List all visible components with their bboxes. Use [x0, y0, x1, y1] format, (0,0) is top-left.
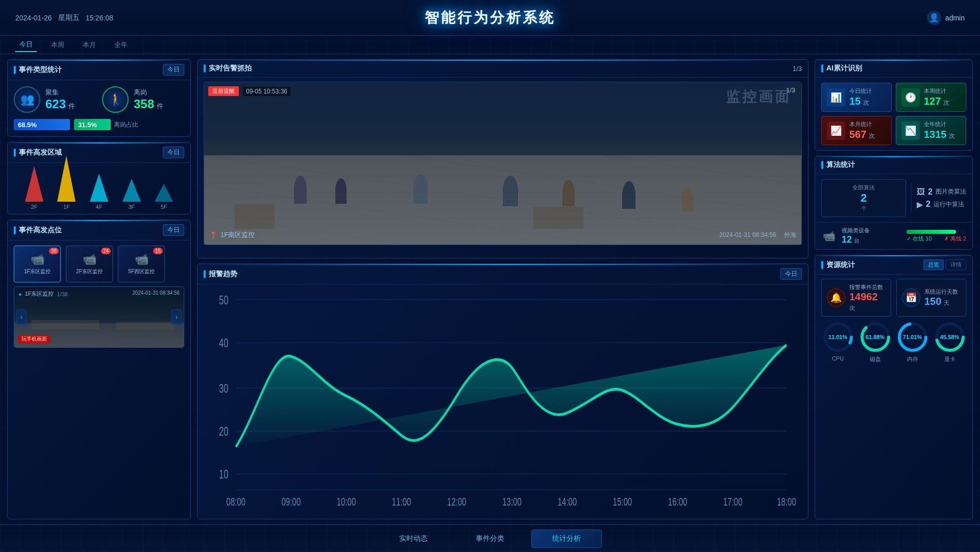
ai-month-value: 567 [849, 129, 866, 140]
tab-today[interactable]: 今日 [15, 38, 37, 52]
event-type-header: 事件类型统计 今日 [8, 60, 190, 80]
bottom-tab-events[interactable]: 事件分类 [455, 530, 525, 548]
tab-week[interactable]: 本周 [47, 38, 68, 52]
trend-tag: 今日 [780, 268, 802, 280]
gauge-disk-percent: 61.88% [866, 334, 885, 340]
device-offline-label: ✗ 离线 2 [944, 235, 966, 243]
ai-grid: 📊 今日统计 15 次 🕐 本周统计 127 次 � [815, 78, 972, 150]
device-unit: 台 [854, 237, 860, 244]
svg-text:20: 20 [219, 424, 228, 438]
trend-chart: 50 40 30 20 10 08:00 09:00 10:0 [198, 284, 808, 517]
chart-svg: 50 40 30 20 10 08:00 09:00 10:0 [204, 289, 802, 515]
svg-text:09:00: 09:00 [282, 495, 301, 508]
ratio2-bar: 31.5% [74, 119, 111, 130]
svg-text:15:00: 15:00 [613, 495, 632, 508]
ai-month-label: 本月统计 [849, 121, 886, 128]
video-panel: 实时告警抓拍 1/3 [197, 59, 808, 258]
next-btn[interactable]: › [172, 309, 182, 325]
camera-1f-east[interactable]: 38 📹 1F东区监控 [14, 246, 61, 282]
bottom-tab-stats[interactable]: 统计分析 [531, 530, 602, 548]
algo-running-value: 2 [926, 200, 930, 209]
gauge-gpu-label: 显卡 [944, 355, 955, 363]
video-timestamp-tl: 09-05 10:53:36 [243, 87, 290, 96]
res-btn-general[interactable]: 总览 [923, 259, 944, 270]
ratio2-wrap: 31.5% 离岗占比 [74, 119, 138, 130]
leave-info: 离岗 358 件 [134, 88, 184, 111]
svg-text:10:00: 10:00 [337, 495, 356, 508]
res-btn-detail[interactable]: 详情 [946, 259, 966, 270]
bar-4f: 4F [90, 174, 108, 210]
camera-2f-east[interactable]: 24 📹 2F东区监控 [66, 246, 113, 282]
tab-year[interactable]: 全年 [110, 38, 132, 52]
svg-text:11:00: 11:00 [392, 495, 411, 508]
ai-month-info: 本月统计 567 次 [849, 121, 886, 140]
gather-info: 聚集 623 件 [45, 88, 96, 111]
camera-5f-west[interactable]: 15 📹 5F西区监控 [118, 246, 165, 282]
header-user: 👤 admin [927, 11, 965, 25]
ai-week-icon: 🕐 [901, 88, 920, 107]
alarm-label: 报警事件总数 [849, 283, 886, 291]
title-icon6 [821, 64, 823, 73]
algo-panel: 算法统计 全部算法 2 个 🖼 2 图片类算法 ▶ [815, 156, 973, 250]
video-container: 监控画面 逗留提醒 09-05 10:53:36 1/3 📍 1F南区监控 20… [204, 82, 802, 245]
ai-week-value: 127 [924, 95, 941, 107]
device-info: 视频类设备 12 台 [842, 227, 901, 245]
leave-label: 离岗 [134, 88, 184, 97]
date-text: 2024-01-26 [15, 14, 52, 22]
days-stat: 📅 系统运行天数 150 天 [896, 279, 966, 317]
video-bl: 📍 1F南区监控 [209, 230, 255, 239]
tab-month[interactable]: 本月 [79, 38, 100, 52]
monitor-text: 监控画面 [726, 87, 791, 107]
title-icon2 [14, 149, 16, 157]
high-area-panel: 事件高发区域 今日 2F 1F 4F 3F [7, 142, 191, 214]
algo-side: 🖼 2 图片类算法 ▶ 2 运行中算法 [917, 187, 966, 209]
camera-badge-3: 15 [153, 248, 163, 254]
ai-today-info: 今日统计 15 次 [849, 87, 886, 107]
ai-week-info: 本周统计 127 次 [924, 87, 961, 107]
title-icon7 [821, 161, 823, 169]
stat-cards: 👥 聚集 623 件 🚶 离岗 358 件 [8, 80, 190, 119]
event-type-tag: 今日 [163, 64, 184, 76]
ai-today-icon: 📊 [827, 88, 845, 107]
video-page-tr: 1/3 [786, 86, 795, 94]
camera-badge-1: 38 [49, 248, 59, 254]
gauge-row: 11.01% CPU 61.88% 磁盘 [815, 321, 972, 368]
ai-today-label: 今日统计 [849, 87, 886, 95]
video-overlay-tl: 逗留提醒 09-05 10:53:36 [208, 86, 290, 96]
leave-unit: 件 [157, 102, 163, 110]
resource-top: 🔔 报警事件总数 14962 次 📅 系统运行天数 150 天 [815, 275, 972, 321]
video-timestamp-br: 2024-01-31 08:34:56 [719, 231, 776, 238]
svg-text:08:00: 08:00 [226, 495, 246, 508]
bottom-tab-realtime[interactable]: 实时动态 [378, 530, 449, 548]
title-icon4 [204, 64, 206, 73]
gauge-disk-circle: 61.88% [859, 321, 892, 353]
ai-today-value: 15 [849, 95, 861, 107]
leave-value: 358 [134, 97, 154, 111]
ai-month-icon: 📈 [827, 122, 845, 140]
svg-text:17:00: 17:00 [723, 495, 743, 508]
days-value: 150 [924, 296, 941, 307]
bar-3f: 3F [122, 179, 141, 210]
svg-text:50: 50 [219, 293, 228, 307]
ai-month-box: 📈 本月统计 567 次 [821, 116, 892, 145]
ai-year-icon: 📉 [901, 122, 920, 140]
middle-column: 实时告警抓拍 1/3 [197, 59, 808, 519]
alarm-stat: 🔔 报警事件总数 14962 次 [821, 279, 891, 317]
ai-today-unit: 次 [863, 99, 869, 106]
algo-total-value: 2 [826, 191, 901, 205]
title-icon8 [821, 261, 823, 269]
ai-year-unit: 次 [949, 132, 955, 139]
preview-alert-tag: 玩手机画面 [18, 335, 50, 343]
ai-year-label: 全年统计 [924, 121, 961, 128]
main-content: 事件类型统计 今日 👥 聚集 623 件 🚶 离岗 3 [0, 54, 980, 524]
header: 2024-01-26 星期五 15:26:08 智能行为分析系统 👤 admin [0, 0, 980, 36]
prev-btn[interactable]: ‹ [16, 309, 27, 325]
tab-bar: 今日 本周 本月 全年 [0, 36, 980, 54]
algo-running-label: 运行中算法 [934, 200, 964, 209]
right-column: AI累计识别 📊 今日统计 15 次 🕐 本周统计 127 [815, 59, 973, 519]
bar-label-3f: 3F [128, 204, 135, 210]
trend-header: 报警趋势 今日 [198, 264, 808, 284]
gauge-memory-percent: 71.01% [903, 334, 922, 340]
camera-icon-1: 📹 [31, 253, 44, 266]
video-location: 1F南区监控 [220, 230, 255, 239]
